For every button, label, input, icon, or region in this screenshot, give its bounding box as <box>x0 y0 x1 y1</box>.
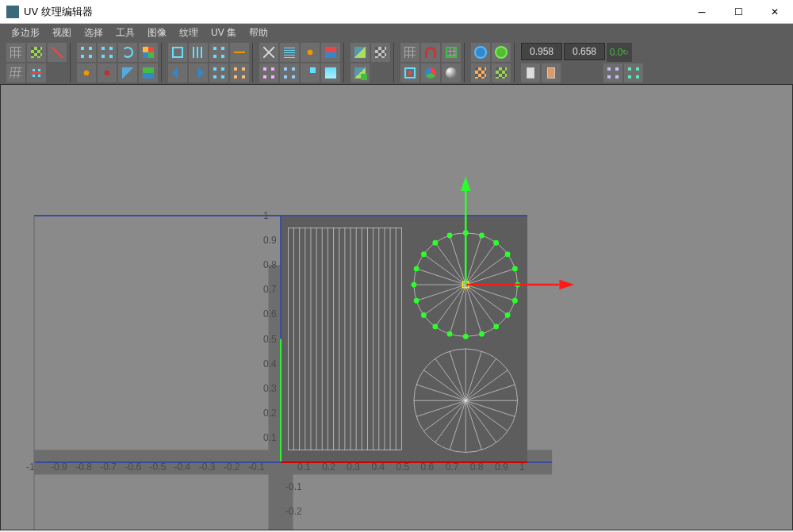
minimize-button[interactable]: – <box>684 0 720 24</box>
take-snapshot-button[interactable] <box>351 63 370 82</box>
distribute-button[interactable] <box>230 63 249 82</box>
dim-image-button[interactable] <box>371 43 390 62</box>
delete-uv-button[interactable] <box>301 63 320 82</box>
snapshot-button[interactable] <box>209 43 228 62</box>
cycle-uv-button[interactable] <box>77 63 96 82</box>
sew-uv-button[interactable] <box>280 43 299 62</box>
svg-point-84 <box>414 298 419 304</box>
uv-smudge-button[interactable] <box>27 43 46 62</box>
uv-shell-rect <box>288 228 401 450</box>
close-button[interactable]: ✕ <box>757 0 793 24</box>
menu-tools[interactable]: 工具 <box>109 25 141 41</box>
toggle-grid-button[interactable] <box>400 43 419 62</box>
toolbar: 0.0↻ <box>0 41 793 84</box>
pixel-snap-button[interactable] <box>442 43 461 62</box>
svg-text:-0.8: -0.8 <box>75 461 92 473</box>
uv-smooth-button[interactable] <box>6 63 25 82</box>
svg-point-80 <box>432 240 438 246</box>
svg-point-77 <box>479 233 485 239</box>
cut-uv-button[interactable] <box>259 43 278 62</box>
menu-view[interactable]: 视图 <box>46 25 78 41</box>
svg-point-85 <box>421 312 427 318</box>
paste-uv-button[interactable] <box>542 63 561 82</box>
maximize-button[interactable]: ☐ <box>720 0 757 24</box>
svg-text:-0.1: -0.1 <box>248 461 265 473</box>
separate-button[interactable] <box>321 43 340 62</box>
grid-uv-button[interactable] <box>139 63 158 82</box>
copy-uv-button[interactable] <box>521 63 540 82</box>
svg-text:0.1: 0.1 <box>263 432 277 443</box>
app-icon <box>6 6 19 18</box>
svg-text:0.7: 0.7 <box>446 461 459 473</box>
svg-marker-97 <box>461 176 470 191</box>
svg-text:0.2: 0.2 <box>322 461 335 473</box>
u-coordinate-input[interactable] <box>521 43 562 60</box>
uv-canvas[interactable]: -1-0.9-0.8-0.7-0.6-0.5-0.4-0.3-0.2-0.10.… <box>1 85 792 530</box>
svg-text:-0.7: -0.7 <box>100 461 117 473</box>
v-coordinate-input[interactable] <box>564 43 605 60</box>
paste-uvset-button[interactable] <box>624 63 643 82</box>
svg-text:0.5: 0.5 <box>396 461 410 473</box>
menu-uv-sets[interactable]: UV 集 <box>205 25 243 41</box>
isolate-select-button[interactable] <box>400 63 419 82</box>
svg-text:-0.5: -0.5 <box>150 461 167 473</box>
bake-button[interactable] <box>471 63 490 82</box>
unfold-button[interactable] <box>168 43 187 62</box>
texture-borders-button[interactable] <box>442 63 461 82</box>
disabled-slot-1 <box>562 63 581 82</box>
menu-image[interactable]: 图像 <box>141 25 173 41</box>
split-uv-button[interactable] <box>280 63 299 82</box>
copy-uvset-button[interactable] <box>603 63 623 82</box>
svg-point-76 <box>493 240 499 246</box>
toggle-snap-button[interactable] <box>421 43 440 62</box>
align-uv-min-button[interactable] <box>168 63 187 82</box>
window-controls: – ☐ ✕ <box>684 0 793 24</box>
menu-help[interactable]: 帮助 <box>243 25 274 41</box>
move-sew-button[interactable] <box>301 43 320 62</box>
create-uv-button[interactable] <box>321 63 340 82</box>
reset-coord-button[interactable]: 0.0↻ <box>607 43 632 62</box>
menu-textures[interactable]: 纹理 <box>173 25 205 41</box>
svg-point-86 <box>432 323 438 329</box>
svg-text:-0.1: -0.1 <box>285 481 302 492</box>
svg-text:0.7: 0.7 <box>263 284 277 295</box>
toolbar-group-smooth <box>3 43 71 82</box>
toolbar-group-unfold <box>165 43 253 82</box>
magnet-icon <box>425 47 436 58</box>
svg-point-81 <box>421 251 427 257</box>
uv-relax-button[interactable] <box>27 63 46 82</box>
align-uv-center-button[interactable] <box>209 63 228 82</box>
uv-viewport[interactable]: -1-0.9-0.8-0.7-0.6-0.5-0.4-0.3-0.2-0.10.… <box>0 84 793 530</box>
clipboard-icon <box>527 67 534 78</box>
layout-button[interactable] <box>189 43 208 62</box>
flip-v-button[interactable] <box>98 43 117 62</box>
flip-u-button[interactable] <box>77 43 96 62</box>
shaded-display-button[interactable] <box>421 63 440 82</box>
best-plane-button[interactable] <box>118 63 137 82</box>
update-psd-button[interactable] <box>471 43 490 62</box>
display-image-button[interactable] <box>351 43 370 62</box>
align-uv-max-button[interactable] <box>189 63 208 82</box>
svg-point-87 <box>447 331 453 337</box>
uv-lattice-button[interactable] <box>6 43 25 62</box>
force-update-button[interactable] <box>492 43 511 62</box>
select-shortest-button[interactable] <box>48 43 67 62</box>
svg-text:-0.2: -0.2 <box>285 506 302 517</box>
svg-text:0.5: 0.5 <box>263 334 277 345</box>
cycle-uv-rev-button[interactable] <box>98 63 117 82</box>
svg-text:0.4: 0.4 <box>371 461 385 473</box>
merge-uv-button[interactable] <box>259 63 278 82</box>
normalize-button[interactable] <box>230 43 249 62</box>
rotate-ccw-button[interactable] <box>139 43 158 62</box>
disabled-slot-2 <box>583 63 602 82</box>
menu-polygons[interactable]: 多边形 <box>5 25 46 41</box>
rotate-cw-button[interactable] <box>118 43 137 62</box>
svg-text:0.9: 0.9 <box>263 235 277 246</box>
svg-text:0.6: 0.6 <box>421 461 435 473</box>
checker-button[interactable] <box>492 63 511 82</box>
svg-text:1: 1 <box>263 210 269 221</box>
menu-select[interactable]: 选择 <box>78 25 109 41</box>
toolbar-group-coords: 0.0↻ <box>518 43 646 82</box>
title-bar: UV 纹理编辑器 – ☐ ✕ <box>0 0 793 24</box>
toolbar-group-psd <box>468 43 515 82</box>
